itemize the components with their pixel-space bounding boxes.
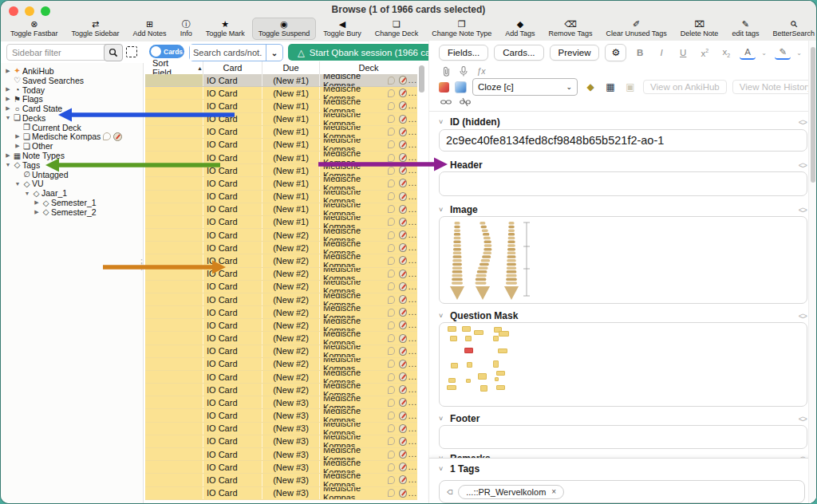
- cell-card[interactable]: IO Card: [203, 293, 262, 305]
- field-input-footer[interactable]: [439, 425, 807, 449]
- fields-button[interactable]: Fields...: [439, 45, 488, 61]
- tree-expander-icon[interactable]: ▶: [33, 209, 41, 215]
- cell-card[interactable]: IO Card: [203, 203, 262, 215]
- cell-due[interactable]: (New #2): [262, 345, 320, 357]
- cell-sort-field[interactable]: [145, 229, 203, 241]
- toolbar-button-info[interactable]: ⓘInfo: [174, 18, 199, 40]
- tree-expander-icon[interactable]: ▶: [4, 68, 12, 74]
- bold-button[interactable]: B: [632, 45, 648, 61]
- sidebar-item-semester_2[interactable]: ▶◇Semester_2: [1, 207, 143, 217]
- cell-card[interactable]: IO Card: [203, 461, 262, 473]
- tree-expander-icon[interactable]: ▼: [4, 162, 12, 167]
- cell-card[interactable]: IO Card: [203, 87, 262, 99]
- cell-sort-field[interactable]: [145, 332, 203, 344]
- column-header-due[interactable]: Due: [262, 61, 320, 74]
- table-row[interactable]: IO Card(New #1)Medische Kompas...: [145, 164, 417, 177]
- table-row[interactable]: IO Card(New #3)Medische Kompas...: [145, 461, 417, 474]
- notetype-select[interactable]: Cloze [c] ⌄: [472, 78, 578, 96]
- tree-expander-icon[interactable]: ▶: [4, 105, 12, 112]
- cell-deck[interactable]: Medische Kompas...: [320, 319, 417, 331]
- table-row[interactable]: IO Card(New #3)Medische Kompas...: [145, 474, 417, 486]
- field-header-question-mask[interactable]: ˅ Question Mask <>: [439, 310, 807, 321]
- table-row[interactable]: IO Card(New #1)Medische Kompas...: [145, 126, 417, 139]
- table-row[interactable]: IO Card(New #3)Medische Kompas...: [145, 435, 417, 448]
- cell-deck[interactable]: Medische Kompas...: [320, 191, 417, 203]
- field-header-image[interactable]: ˅ Image <>: [439, 204, 807, 215]
- table-row-selected[interactable]: IO Card(New #1)Medische Kompas...: [145, 74, 417, 87]
- cell-sort-field[interactable]: [145, 448, 203, 460]
- cell-deck[interactable]: Medische Kompas...: [320, 293, 417, 305]
- cell-sort-field[interactable]: [145, 191, 203, 203]
- cell-sort-field[interactable]: [145, 345, 203, 357]
- cell-due[interactable]: (New #3): [262, 448, 320, 460]
- cell-sort-field[interactable]: [145, 435, 203, 447]
- cell-deck[interactable]: Medische Kompas...: [320, 242, 417, 254]
- table-row[interactable]: IO Card(New #1)Medische Kompas...: [145, 113, 417, 126]
- field-input-question-mask[interactable]: [439, 322, 807, 407]
- html-editor-icon[interactable]: <>: [799, 117, 807, 127]
- sidebar-item-jaar_1[interactable]: ▼◇Jaar_1: [1, 188, 143, 198]
- tree-expander-icon[interactable]: ▼: [4, 115, 12, 120]
- cell-due[interactable]: (New #1): [262, 126, 320, 138]
- cell-due[interactable]: (New #1): [262, 164, 320, 176]
- cell-due[interactable]: (New #2): [262, 319, 320, 331]
- cell-due[interactable]: (New #1): [262, 216, 320, 228]
- toolbar-button-toggle-suspend[interactable]: ◉Toggle Suspend: [252, 18, 317, 40]
- table-row[interactable]: IO Card(New #1)Medische Kompas...: [145, 191, 417, 203]
- field-input-header[interactable]: [439, 171, 807, 196]
- table-row[interactable]: IO Card(New #2)Medische Kompas...: [145, 384, 417, 396]
- tree-expander-icon[interactable]: ▶: [14, 133, 22, 140]
- toolbar-button-change-note-type[interactable]: ❐Change Note Type: [425, 18, 498, 40]
- cell-deck[interactable]: Medische Kompas...: [320, 435, 417, 447]
- cell-card[interactable]: IO Card: [203, 409, 262, 421]
- sidebar-item-tags[interactable]: ▼◇Tags: [1, 160, 143, 170]
- sidebar-filter-input[interactable]: [6, 44, 112, 61]
- collapse-chevron-icon[interactable]: ˅: [439, 206, 450, 214]
- cell-due[interactable]: (New #2): [262, 371, 320, 383]
- cell-sort-field[interactable]: [145, 216, 203, 228]
- cell-due[interactable]: (New #2): [262, 254, 320, 266]
- cell-due[interactable]: (New #1): [262, 191, 320, 203]
- html-editor-icon[interactable]: <>: [799, 414, 807, 423]
- sidebar-item-saved-searches[interactable]: ♡Saved Searches: [1, 76, 143, 85]
- link-icon[interactable]: [439, 95, 453, 109]
- cell-deck[interactable]: Medische Kompas...: [320, 396, 417, 408]
- sidebar-item-today[interactable]: ▶◔Today: [1, 85, 143, 95]
- cell-deck[interactable]: Medische Kompas...: [320, 152, 417, 163]
- cell-sort-field[interactable]: [145, 268, 203, 280]
- cell-due[interactable]: (New #2): [262, 293, 320, 305]
- cell-card[interactable]: IO Card: [203, 281, 262, 293]
- html-editor-icon[interactable]: <>: [799, 205, 807, 215]
- cell-deck[interactable]: Medische Kompas...: [320, 113, 417, 125]
- italic-button[interactable]: I: [653, 45, 669, 61]
- table-row[interactable]: IO Card(New #2)Medische Kompas...: [145, 229, 417, 242]
- sidebar-item-decks[interactable]: ▼❏Decks: [1, 113, 143, 123]
- shield-grid-icon[interactable]: ▦: [603, 80, 618, 94]
- cell-deck[interactable]: Medische Kompas...: [320, 306, 417, 318]
- table-row[interactable]: IO Card(New #2)Medische Kompas...: [145, 332, 417, 345]
- cell-deck[interactable]: Medische Kompas...: [320, 216, 417, 228]
- tree-expander-icon[interactable]: ▼: [14, 181, 22, 187]
- highlight-color-chevron[interactable]: ⌄: [796, 49, 804, 57]
- tag-tool-icon[interactable]: ◆: [583, 80, 598, 94]
- cell-due[interactable]: (New #1): [262, 177, 320, 189]
- toolbar-button-change-deck[interactable]: ❏Change Deck: [369, 18, 425, 40]
- cell-due[interactable]: (New #1): [262, 139, 320, 151]
- cell-card[interactable]: IO Card: [203, 435, 262, 447]
- cell-due[interactable]: (New #1): [262, 113, 320, 125]
- cell-sort-field[interactable]: [145, 113, 203, 125]
- underline-button[interactable]: U: [675, 45, 691, 61]
- cell-sort-field[interactable]: [145, 396, 203, 408]
- cell-sort-field[interactable]: [145, 74, 203, 86]
- sidebar-search-button[interactable]: [104, 44, 123, 61]
- table-row[interactable]: IO Card(New #1)Medische Kompas...: [145, 177, 417, 190]
- tree-expander-icon[interactable]: ▶: [33, 199, 41, 206]
- table-row[interactable]: IO Card(New #2)Medische Kompas...: [145, 268, 417, 281]
- cell-deck[interactable]: Medische Kompas...: [320, 474, 417, 486]
- cell-card[interactable]: IO Card: [203, 191, 262, 203]
- tags-header[interactable]: ˅ 1 Tags: [439, 463, 807, 474]
- tree-expander-icon[interactable]: ▶: [4, 86, 12, 93]
- toolbar-button-bettersearch[interactable]: ⚲BetterSearch: [766, 18, 816, 40]
- cell-deck[interactable]: Medische Kompas...: [320, 409, 417, 421]
- cell-deck[interactable]: Medische Kompas...: [320, 448, 417, 460]
